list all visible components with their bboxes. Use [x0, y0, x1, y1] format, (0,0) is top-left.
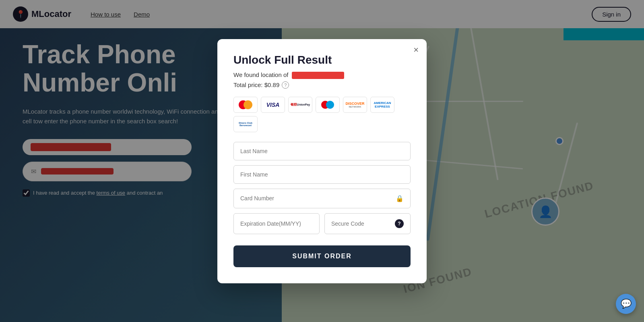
- price-help-icon[interactable]: ?: [282, 81, 289, 89]
- lock-icon: 🔒: [396, 195, 404, 202]
- discover-logo: DISCOVER NETWORK: [343, 97, 367, 113]
- last-name-field[interactable]: [233, 142, 411, 160]
- unionpay-logo: 银联UnionPay: [288, 97, 312, 113]
- modal-price: Total price: $0.89 ?: [233, 81, 411, 89]
- submit-order-button[interactable]: SUBMIT ORDER: [233, 245, 411, 267]
- expiry-input[interactable]: [240, 220, 313, 227]
- chat-icon: 💬: [621, 299, 632, 309]
- secure-code-help-icon[interactable]: ?: [395, 219, 404, 228]
- card-number-field[interactable]: 🔒: [233, 189, 411, 208]
- chat-bubble[interactable]: 💬: [616, 294, 636, 314]
- first-name-input[interactable]: [240, 171, 404, 178]
- close-button[interactable]: ×: [413, 45, 419, 54]
- maestro-logo: [316, 97, 340, 113]
- mastercard-logo: [233, 97, 258, 113]
- secure-code-field[interactable]: ?: [324, 213, 411, 234]
- secure-code-input[interactable]: [331, 220, 395, 227]
- diners-logo: Diners Club Barrunecard: [233, 116, 258, 132]
- card-logos: VISA 银联UnionPay DISCOVER NETWORK AMERICA…: [233, 97, 411, 132]
- visa-logo: VISA: [261, 97, 285, 113]
- expiry-field[interactable]: [233, 213, 320, 234]
- modal-subtitle: We found location of: [233, 71, 411, 79]
- card-details-row: ?: [233, 213, 411, 234]
- card-number-input[interactable]: [240, 195, 396, 202]
- redacted-name: [292, 72, 344, 79]
- last-name-input[interactable]: [240, 148, 404, 154]
- unlock-modal: × Unlock Full Result We found location o…: [217, 39, 427, 283]
- amex-logo: AMERICAN EXPRESS: [370, 97, 394, 113]
- first-name-field[interactable]: [233, 165, 411, 184]
- modal-title: Unlock Full Result: [233, 53, 411, 66]
